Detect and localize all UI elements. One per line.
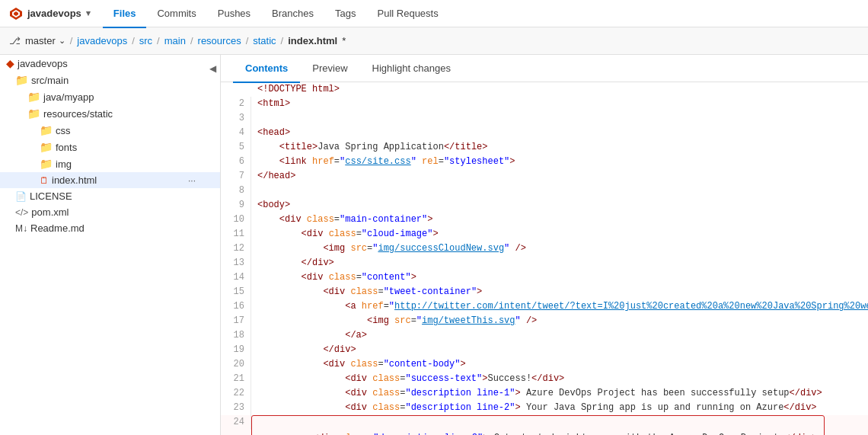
folder-icon: 📁: [27, 107, 40, 120]
line-number: 9: [221, 198, 251, 213]
code-line: 22 <div class="description line-1"> Azur…: [221, 386, 868, 401]
content-area: Contents Preview Highlight changes <!DOC…: [221, 55, 868, 435]
sep6: /: [281, 35, 284, 46]
bc-resources[interactable]: resources: [198, 35, 241, 46]
line-number: 10: [221, 213, 251, 227]
tree-item-srcmain[interactable]: 📁 src/main: [0, 72, 220, 88]
bc-filename: index.html: [288, 35, 337, 46]
tabs-bar: Contents Preview Highlight changes: [221, 55, 868, 82]
line-number: 19: [221, 343, 251, 357]
nav-tags[interactable]: Tags: [324, 1, 366, 28]
line-content: <div class="cloud-image">: [251, 227, 445, 241]
line-content: <div class="content-body">: [251, 357, 472, 372]
bc-src[interactable]: src: [139, 35, 152, 46]
line-number: 2: [221, 97, 251, 111]
tree-item-indexhtml[interactable]: 🗒 index.html ···: [0, 172, 220, 188]
tab-highlight-changes[interactable]: Highlight changes: [360, 56, 463, 83]
tree-label: Readme.md: [30, 222, 85, 234]
line-number: 20: [221, 357, 251, 372]
tree-item-license[interactable]: 📄 LICENSE: [0, 188, 220, 204]
folder-icon: 📁: [27, 91, 40, 103]
code-line: 2 <html>: [221, 97, 868, 111]
tab-contents[interactable]: Contents: [233, 56, 300, 83]
bc-javadevops[interactable]: javadevops: [77, 35, 127, 46]
brand[interactable]: javadevops ▾: [9, 7, 91, 21]
tree-item-fonts[interactable]: 📁 fonts: [0, 139, 220, 155]
line-content: <div class="description line-2"> Your Ja…: [251, 401, 823, 415]
line-number: 8: [221, 184, 251, 198]
nav-pullrequests[interactable]: Pull Requests: [367, 1, 449, 28]
line-number: 13: [221, 256, 251, 270]
line-content: <img src="img/tweetThis.svg" />: [251, 314, 543, 328]
line-number: 22: [221, 386, 251, 401]
tree-label: java/myapp: [43, 91, 94, 103]
line-content: </head>: [251, 169, 302, 184]
line-number: 11: [221, 227, 251, 241]
sep3: /: [157, 35, 160, 46]
line-content: <a href="http://twitter.com/intent/tweet…: [251, 299, 868, 314]
code-line: 7 </head>: [221, 169, 868, 184]
tree-item-pomxml[interactable]: </> pom.xml: [0, 204, 220, 220]
line-number: 12: [221, 241, 251, 256]
code-line: 6 <link href="css/site.css" rel="stylesh…: [221, 155, 868, 169]
line-number: 5: [221, 140, 251, 155]
tree-item-resourcesstatic[interactable]: 📁 resources/static: [0, 105, 220, 122]
tree-label: index.html: [52, 174, 97, 186]
tree-label: src/main: [31, 75, 69, 86]
breadcrumb-bar: ⎇ master ⌄ / javadevops / src / main / r…: [0, 27, 868, 55]
code-line: 12 <img src="img/successCloudNew.svg" />: [221, 241, 868, 256]
bc-static[interactable]: static: [253, 35, 276, 46]
tree-label: fonts: [56, 142, 77, 153]
line-content: <link href="css/site.css" rel="styleshee…: [251, 155, 522, 169]
code-line: 19 </div>: [221, 343, 868, 357]
line-content: </div>: [251, 343, 362, 357]
line-number: 15: [221, 285, 251, 299]
tree-item-img[interactable]: 📁 img: [0, 155, 220, 172]
line-number: 17: [221, 314, 251, 328]
code-line: 8: [221, 184, 868, 198]
code-line: 23 <div class="description line-2"> Your…: [221, 401, 868, 415]
code-line: <!DOCTYPE html>: [221, 82, 868, 97]
branch-chevron: ⌄: [59, 36, 65, 46]
nav-files[interactable]: Files: [103, 1, 147, 28]
tree-label: pom.xml: [31, 206, 69, 218]
tree-item-readmemd[interactable]: M↓ Readme.md: [0, 220, 220, 236]
nav-pushes[interactable]: Pushes: [207, 1, 261, 28]
line-content: <div class="description line-1"> Azure D…: [251, 386, 828, 401]
line-content: <head>: [251, 126, 296, 140]
line-content: <div class="success-text">Success!</div>: [251, 372, 570, 386]
tree-label: resources/static: [43, 108, 113, 120]
tree-item-menu-icon[interactable]: ···: [188, 175, 214, 186]
tree-item-javadevops[interactable]: ◆ javadevops: [0, 55, 220, 72]
line-content: </a>: [251, 328, 373, 343]
main-layout: ◀ ◆ javadevops 📁 src/main 📁 java/myapp 📁…: [0, 55, 868, 435]
tree-item-javamyapp[interactable]: 📁 java/myapp: [0, 88, 220, 105]
code-line: 13 </div>: [221, 256, 868, 270]
tree-label: css: [56, 125, 71, 136]
tab-preview[interactable]: Preview: [300, 56, 359, 83]
sep1: /: [70, 35, 73, 46]
nav-branches[interactable]: Branches: [261, 1, 324, 28]
folder-icon: 📁: [40, 158, 53, 170]
brand-label: javadevops: [27, 8, 81, 19]
code-line: 9 <body>: [221, 198, 868, 213]
code-line: 17 <img src="img/tweetThis.svg" />: [221, 314, 868, 328]
code-line-24: 24 <div class="description line-3"> Get …: [221, 415, 868, 435]
brand-chevron: ▾: [86, 8, 91, 18]
code-line: 14 <div class="content">: [221, 270, 868, 285]
line-number: 14: [221, 270, 251, 285]
code-viewer[interactable]: <!DOCTYPE html> 2 <html> 3 4 <head> 5 <t…: [221, 82, 868, 435]
tree-label: img: [56, 158, 72, 170]
branch-selector[interactable]: master ⌄: [25, 35, 65, 46]
line-content: <img src="img/successCloudNew.svg" />: [251, 241, 532, 256]
bc-main[interactable]: main: [164, 35, 186, 46]
code-line: 3: [221, 111, 868, 126]
xml-file-icon: </>: [15, 207, 28, 218]
sidebar-collapse-button[interactable]: ◀: [205, 61, 220, 76]
tree-item-css[interactable]: 📁 css: [0, 122, 220, 139]
line-content: <title>Java Spring Application</title>: [251, 140, 493, 155]
sep2: /: [132, 35, 135, 46]
sep5: /: [246, 35, 249, 46]
nav-commits[interactable]: Commits: [146, 1, 206, 28]
code-line: 16 <a href="http://twitter.com/intent/tw…: [221, 299, 868, 314]
